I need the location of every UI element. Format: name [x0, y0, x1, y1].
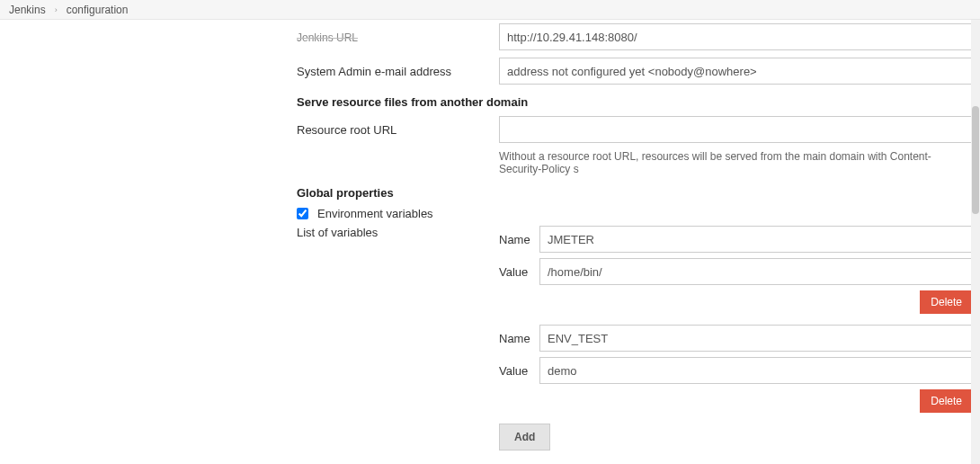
environment-variables-checkbox[interactable]	[297, 208, 308, 219]
var-name-label-1: Name	[499, 332, 539, 345]
global-properties-section-title: Global properties	[297, 186, 980, 200]
scrollbar[interactable]	[971, 20, 980, 464]
jenkins-url-input[interactable]	[499, 23, 973, 50]
serve-resource-section-title: Serve resource files from another domain	[297, 95, 980, 109]
scrollbar-thumb[interactable]	[972, 106, 979, 214]
resource-root-help-text: Without a resource root URL, resources w…	[499, 150, 973, 175]
environment-variables-checkbox-label: Environment variables	[317, 207, 433, 220]
var-name-input-0[interactable]	[539, 226, 973, 253]
breadcrumb-separator-icon: ›	[55, 5, 58, 14]
add-button[interactable]: Add	[499, 424, 550, 451]
var-value-label-1: Value	[499, 364, 539, 378]
breadcrumb-jenkins[interactable]: Jenkins	[9, 4, 46, 16]
breadcrumb-configuration[interactable]: configuration	[67, 4, 129, 16]
resource-root-url-label: Resource root URL	[297, 123, 499, 137]
var-value-input-0[interactable]	[539, 258, 973, 285]
jenkins-url-label: Jenkins URL	[297, 31, 499, 44]
resource-root-url-input[interactable]	[499, 116, 973, 143]
delete-button-0[interactable]: Delete	[920, 290, 973, 314]
var-value-label: Value	[499, 265, 539, 279]
delete-button-1[interactable]: Delete	[920, 389, 973, 413]
var-name-label: Name	[499, 233, 539, 246]
var-value-input-1[interactable]	[539, 357, 973, 384]
admin-email-input[interactable]	[499, 58, 973, 85]
admin-email-label: System Admin e-mail address	[297, 65, 499, 78]
config-form: Jenkins URL System Admin e-mail address …	[297, 20, 980, 464]
list-of-variables-label: List of variables	[297, 226, 499, 451]
breadcrumb: Jenkins › configuration	[0, 0, 980, 20]
var-name-input-1[interactable]	[539, 325, 973, 352]
